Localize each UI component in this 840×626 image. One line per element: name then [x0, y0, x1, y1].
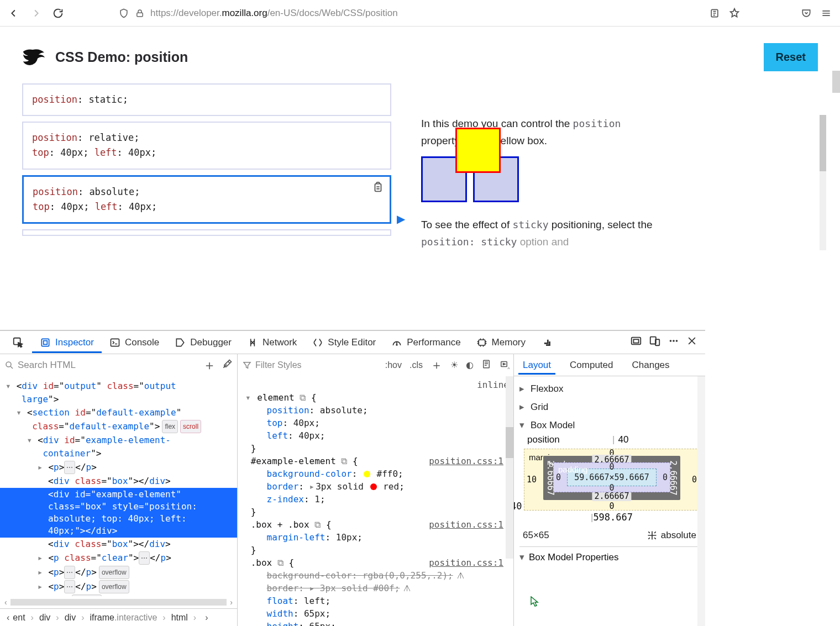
- responsive-icon[interactable]: [649, 335, 661, 350]
- markup-tree[interactable]: ▾ <div id="output" class="output large">…: [0, 376, 237, 596]
- filter-styles-input[interactable]: Filter Styles: [242, 360, 377, 370]
- svg-rect-2: [375, 183, 381, 191]
- markup-h-scroll[interactable]: ‹›: [0, 596, 237, 608]
- browser-toolbar: https://developer.mozilla.org/en-US/docs…: [0, 0, 840, 27]
- box-model-diagram[interactable]: 40 margin 0 0 10 0 border 2.66667 2.6666…: [524, 449, 700, 523]
- pick-element-icon[interactable]: [4, 332, 32, 353]
- demo-boxes: [421, 156, 659, 206]
- rules-pane: Filter Styles :hov .cls ＋ ☀ ◐ inline ▾ e…: [238, 354, 514, 626]
- tab-style-editor[interactable]: Style Editor: [305, 333, 384, 353]
- svg-rect-8: [479, 340, 485, 345]
- light-scheme-icon[interactable]: ☀: [450, 360, 458, 370]
- run-arrow-icon: ▶: [397, 212, 405, 225]
- svg-point-14: [673, 340, 675, 342]
- back-icon[interactable]: [8, 7, 20, 19]
- reload-icon[interactable]: [52, 7, 64, 19]
- lock-icon: [135, 8, 145, 18]
- svg-point-13: [670, 340, 672, 342]
- cls-toggle[interactable]: .cls: [410, 360, 423, 370]
- devtools-tabs: Inspector Console Debugger Network Style…: [0, 331, 705, 354]
- demo-description: In this demo you can control the positio…: [421, 115, 659, 250]
- svg-rect-5: [44, 340, 48, 344]
- option-static[interactable]: position: static;: [22, 83, 391, 116]
- menu-icon[interactable]: [820, 7, 832, 19]
- svg-rect-4: [41, 339, 49, 346]
- crosshair-icon: [647, 530, 658, 541]
- bookmark-icon[interactable]: [728, 7, 741, 19]
- example-element: [455, 128, 501, 173]
- tab-layout[interactable]: Layout: [518, 356, 555, 374]
- add-rule-icon[interactable]: ＋: [431, 357, 443, 374]
- shield-icon: [118, 8, 129, 19]
- acc-grid[interactable]: Grid: [519, 398, 700, 416]
- svg-point-16: [6, 362, 11, 367]
- eyedropper-icon[interactable]: [222, 359, 233, 371]
- svg-rect-0: [137, 13, 143, 17]
- tab-console[interactable]: Console: [102, 333, 167, 353]
- svg-rect-6: [111, 339, 119, 346]
- dark-scheme-icon[interactable]: ◐: [466, 360, 474, 370]
- page-viewport: CSS Demo: position Reset position: stati…: [0, 27, 840, 330]
- demo-scrollbar[interactable]: [820, 115, 826, 250]
- search-html-input[interactable]: Search HTML: [4, 360, 197, 371]
- position-row: position|40: [527, 434, 700, 445]
- tab-changes[interactable]: Changes: [627, 356, 674, 374]
- side-pane: Layout Computed Changes Flexbox Grid Box…: [514, 354, 705, 626]
- acc-boxmodel[interactable]: Box Model: [519, 416, 700, 434]
- option-next[interactable]: [22, 229, 391, 236]
- funnel-icon: [242, 360, 252, 370]
- page-title: CSS Demo: position: [55, 49, 188, 65]
- svg-point-15: [676, 340, 678, 342]
- side-scrollbar[interactable]: [697, 376, 705, 626]
- svg-point-7: [396, 344, 397, 345]
- rules-scrollbar[interactable]: ˄: [506, 376, 513, 559]
- acc-bm-properties[interactable]: ▾Box Model Properties: [519, 546, 700, 563]
- option-absolute[interactable]: position: absolute; top: 40px; left: 40p…: [22, 175, 391, 224]
- tab-memory[interactable]: Memory: [469, 333, 533, 353]
- rules-body[interactable]: inline ▾ element ⧉ { position: absolute;…: [238, 376, 513, 626]
- close-icon[interactable]: [686, 335, 697, 349]
- option-relative[interactable]: position: relative; top: 40px; left: 40p…: [22, 122, 391, 169]
- url-bar[interactable]: https://developer.mozilla.org/en-US/docs…: [118, 8, 699, 19]
- acc-flexbox[interactable]: Flexbox: [519, 380, 700, 398]
- selected-node[interactable]: <div id="example-element" class="box" st…: [0, 488, 237, 538]
- tab-debugger[interactable]: Debugger: [167, 333, 239, 353]
- kebab-icon[interactable]: [668, 335, 680, 350]
- tabs-overflow-icon[interactable]: [533, 332, 561, 353]
- forward-icon[interactable]: [30, 7, 42, 19]
- devtools: Inspector Console Debugger Network Style…: [0, 330, 705, 626]
- markup-pane: Search HTML ＋ ▾ <div id="output" class="…: [0, 354, 238, 626]
- search-icon: [4, 360, 14, 370]
- tab-performance[interactable]: Performance: [384, 333, 468, 353]
- breadcrumbs[interactable]: ‹ ent› div› div› iframe.interactive› htm…: [0, 608, 237, 626]
- tab-network[interactable]: Network: [239, 333, 305, 353]
- reader-icon[interactable]: [708, 7, 721, 19]
- clipboard-icon[interactable]: [372, 181, 384, 193]
- pocket-icon[interactable]: [800, 7, 812, 19]
- add-node-icon[interactable]: ＋: [203, 356, 216, 374]
- tab-inspector[interactable]: Inspector: [32, 333, 102, 353]
- cursor-icon: [531, 596, 539, 607]
- svg-rect-10: [633, 339, 638, 343]
- reset-button[interactable]: Reset: [764, 43, 818, 71]
- iframe-picker-icon[interactable]: [630, 335, 642, 350]
- print-media-icon[interactable]: [481, 359, 491, 371]
- hov-toggle[interactable]: :hov: [385, 360, 402, 370]
- size-row: 65×65 absolute: [523, 530, 696, 541]
- logo-icon: [22, 47, 45, 68]
- tab-computed[interactable]: Computed: [565, 356, 617, 374]
